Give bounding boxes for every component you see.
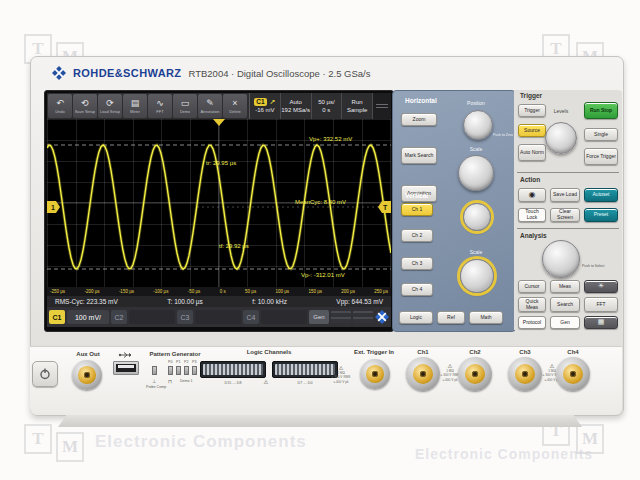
front-connector-panel: Aux Out Pattern Generator P0 P1 P2 P3 ⊥ … bbox=[30, 346, 622, 415]
fft-button[interactable]: ∿FFT bbox=[148, 94, 172, 118]
delete-icon: × bbox=[232, 99, 237, 108]
status-readout: C1↗ -16 mV Auto 192 MSa/s 50 µs/ 0 s Run… bbox=[249, 93, 391, 119]
warning-icon: ⚠ bbox=[339, 365, 344, 371]
delete-button[interactable]: ×Delete bbox=[223, 94, 247, 118]
ext-trigger-label: Ext. Trigger In bbox=[344, 349, 404, 355]
navigation-knob-hint: Push to Select bbox=[582, 264, 616, 269]
single-button[interactable]: Single bbox=[584, 128, 618, 141]
undo-icon: ↶ bbox=[56, 99, 64, 108]
ref-button[interactable]: Ref bbox=[437, 311, 465, 324]
horizontal-position-knob[interactable] bbox=[463, 110, 493, 140]
channel-badge: C1 bbox=[254, 98, 266, 106]
meter-button[interactable]: ▤Meter bbox=[123, 94, 147, 118]
trigger-levels-label: Levels bbox=[546, 108, 576, 114]
channel2-chip[interactable]: C2 bbox=[111, 310, 127, 324]
channel-bar: C1 100 mV/ C2 C3 C4 Gen bbox=[47, 307, 391, 327]
clear-screen-button[interactable]: Clear Screen bbox=[550, 208, 580, 222]
channel1-chip[interactable]: C1 bbox=[49, 310, 65, 324]
pattern-pin bbox=[192, 366, 197, 375]
trigger-level-knob[interactable] bbox=[545, 122, 577, 154]
trigger-status bbox=[353, 311, 373, 323]
intensity-icon: ☀ bbox=[598, 282, 604, 290]
timebase-cell[interactable]: 50 µs/ 0 s bbox=[312, 93, 343, 119]
rms-measurement: RMS-Cyc: 223.35 mV bbox=[55, 298, 118, 305]
ch2-connector bbox=[458, 357, 492, 391]
vertical-position-knob[interactable] bbox=[463, 203, 491, 231]
fft-panel-button[interactable]: FFT bbox=[584, 297, 618, 312]
protocol-button[interactable]: Protocol bbox=[518, 316, 546, 329]
vertical-scale-knob[interactable] bbox=[460, 259, 494, 293]
horizontal-scale-knob[interactable] bbox=[458, 155, 494, 191]
device-header: ROHDE&SCHWARZ RTB2004 · Digital Oscillos… bbox=[52, 66, 370, 80]
touch-lock-button[interactable]: Touch Lock bbox=[518, 208, 546, 222]
acquisition-cell[interactable]: Run Sample bbox=[342, 93, 373, 119]
search-button[interactable]: Search bbox=[550, 297, 580, 312]
save-load-button[interactable]: Save Load bbox=[550, 188, 580, 202]
horizontal-position-value: 0 s bbox=[322, 106, 330, 114]
power-button[interactable] bbox=[32, 361, 58, 387]
trigger-menu-button[interactable]: Trigger bbox=[518, 104, 546, 117]
undo-button[interactable]: ↶Undo bbox=[48, 94, 72, 118]
fall-time-annotation: tf: 29.92 µs bbox=[219, 243, 249, 250]
force-trigger-button[interactable]: Force Trigger bbox=[584, 148, 618, 165]
autoset-button[interactable]: Autoset bbox=[584, 188, 618, 202]
clock-display bbox=[373, 93, 391, 119]
mark-search-button[interactable]: Mark Search bbox=[401, 147, 437, 164]
rohde-schwarz-logo-icon bbox=[375, 310, 389, 324]
square-wave-icon: ⊓ bbox=[168, 378, 172, 384]
rise-time-annotation: tr: 29.95 µs bbox=[206, 160, 236, 167]
frequency-measurement: f: 10.00 kHz bbox=[252, 298, 287, 305]
demo-button[interactable]: ▭Demo bbox=[173, 94, 197, 118]
vp-plus-annotation: Vp+: 332.52 mV bbox=[309, 136, 352, 143]
screen-toolbar: ↶Undo ⟲Save Setup ⟳Load Setup ▤Meter ∿FF… bbox=[47, 93, 391, 119]
channel3-chip[interactable]: C3 bbox=[177, 310, 193, 324]
auto-norm-button[interactable]: Auto Norm bbox=[518, 144, 546, 161]
quick-meas-button[interactable]: Quick Meas bbox=[518, 297, 546, 312]
math-button[interactable]: Math bbox=[469, 311, 503, 324]
apps-button[interactable]: ▦ bbox=[584, 316, 618, 329]
acquisition-mode-value: Sample bbox=[347, 106, 367, 114]
demo-label: Demo 1 bbox=[180, 379, 193, 383]
action-section-title: Action bbox=[520, 176, 540, 183]
zoom-button[interactable]: Zoom bbox=[401, 113, 437, 126]
cursor-button[interactable]: Cursor bbox=[518, 280, 546, 293]
channel4-chip[interactable]: C4 bbox=[243, 310, 259, 324]
meas-button[interactable]: Meas bbox=[550, 280, 580, 293]
trigger-source-button[interactable]: Source bbox=[518, 124, 546, 137]
load-setup-button[interactable]: ⟳Load Setup bbox=[98, 94, 122, 118]
channel2-button[interactable]: Ch 2 bbox=[401, 229, 433, 242]
pin-label: P2 bbox=[184, 360, 188, 364]
ch1-connector bbox=[406, 357, 440, 391]
period-measurement: T: 100.00 µs bbox=[167, 298, 203, 305]
ch2-label: Ch2 bbox=[460, 349, 490, 355]
navigation-knob[interactable] bbox=[542, 240, 580, 278]
preset-button[interactable]: Preset bbox=[584, 208, 618, 222]
logic-channels-label: Logic Channels bbox=[229, 349, 309, 355]
d7-d0-label: D7 … D0 bbox=[275, 381, 335, 385]
trigger-level-marker[interactable]: T bbox=[378, 201, 391, 213]
channel1-marker[interactable]: 1 bbox=[47, 201, 60, 213]
channel4-button[interactable]: Ch 4 bbox=[401, 283, 433, 296]
apps-grid-icon: ▦ bbox=[598, 318, 605, 326]
channel3-button[interactable]: Ch 3 bbox=[401, 257, 433, 270]
channel1-button[interactable]: Ch 1 bbox=[401, 203, 433, 216]
save-setup-button[interactable]: ⟲Save Setup bbox=[73, 94, 97, 118]
gen-button[interactable]: Gen bbox=[550, 316, 580, 329]
watermark-letter: T bbox=[24, 424, 52, 454]
channel1-scale[interactable]: 100 mV/ bbox=[67, 310, 109, 324]
screenshot-button[interactable]: ◉ bbox=[518, 188, 546, 202]
brand-name: ROHDE&SCHWARZ bbox=[73, 67, 181, 79]
section-divider bbox=[517, 228, 619, 229]
trigger-position-marker[interactable] bbox=[213, 119, 225, 126]
display-settings-button[interactable]: ☀ bbox=[584, 280, 618, 293]
run-stop-button[interactable]: Run Stop bbox=[584, 102, 618, 119]
trigger-mode-cell[interactable]: Auto 192 MSa/s bbox=[281, 93, 312, 119]
logic-button[interactable]: Logic bbox=[399, 311, 433, 324]
trigger-source-cell[interactable]: C1↗ -16 mV bbox=[250, 93, 281, 119]
fft-icon: ∿ bbox=[156, 99, 164, 108]
gen-status-chip[interactable]: Gen bbox=[309, 310, 329, 324]
product-photo: T M T M T M T M Electronic Components El… bbox=[0, 0, 640, 480]
annotation-button[interactable]: ✎Annotation bbox=[198, 94, 222, 118]
warning-icon: ⚠ bbox=[264, 379, 269, 385]
rohde-schwarz-logo-icon bbox=[52, 66, 66, 80]
